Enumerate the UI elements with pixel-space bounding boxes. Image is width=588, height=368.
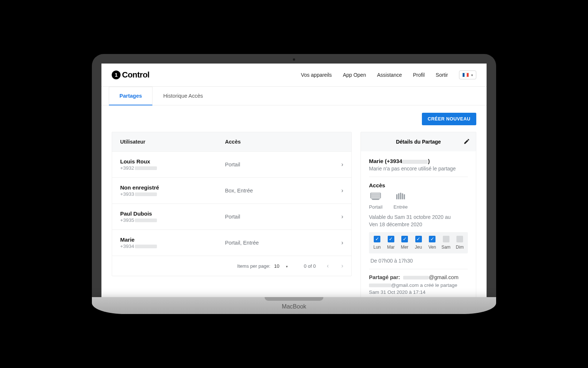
day-ven[interactable]: ✓Ven [427, 236, 437, 250]
nav-devices[interactable]: Vos appareils [301, 72, 332, 78]
day-label: Ven [429, 245, 436, 250]
svg-rect-8 [404, 194, 405, 199]
details-user-name: Marie (+3934 [369, 158, 402, 164]
checkbox-icon: ✓ [415, 236, 422, 242]
paginator: Items per page: 10 ▾ 0 of 0 ‹ › [112, 256, 351, 276]
nav-logout[interactable]: Sortir [436, 72, 448, 78]
row-user-phone: +3935 [120, 217, 225, 223]
items-per-page-label: Items per page: [237, 263, 270, 269]
day-dim[interactable]: Dim [455, 236, 465, 250]
meta-line2: Sam 31 Oct 2020 à 17:14 [369, 289, 426, 295]
gate-icon [394, 192, 407, 202]
language-selector[interactable]: ▾ [459, 71, 476, 79]
items-per-page-select[interactable]: 10 ▾ [274, 263, 294, 269]
row-user-name: Non enregistré [120, 184, 225, 191]
create-new-button[interactable]: CRÉER NOUVEAU [422, 113, 476, 125]
table-row[interactable]: Paul Dubois +3935 Portail › [112, 203, 351, 230]
chevron-right-icon: › [341, 161, 343, 168]
laptop-base-label: MacBook [282, 303, 306, 310]
nav-assistance[interactable]: Assistance [377, 72, 402, 78]
day-mar[interactable]: ✓Mar [386, 236, 396, 250]
row-user-phone: +3932 [120, 165, 225, 171]
meta-line1: @gmail.com a créé le partage [391, 282, 457, 288]
access-item-label: Portail [369, 204, 383, 210]
day-jeu[interactable]: ✓Jeu [413, 236, 424, 250]
access-item-label: Entrée [394, 204, 408, 210]
day-label: Mer [401, 245, 409, 250]
caret-down-icon: ▾ [286, 264, 288, 268]
day-mer[interactable]: ✓Mer [399, 236, 410, 250]
checkbox-icon: ✓ [388, 236, 394, 242]
day-lun[interactable]: ✓Lun [372, 236, 382, 250]
tab-history[interactable]: Historique Accès [153, 87, 214, 105]
day-label: Dim [456, 245, 463, 250]
chevron-right-icon: › [341, 239, 343, 246]
nav-profile[interactable]: Profil [413, 72, 425, 78]
laptop-camera [293, 58, 295, 61]
tab-shares[interactable]: Partages [109, 87, 153, 105]
main-nav: Vos appareils App Open Assistance Profil… [301, 71, 476, 79]
checkbox-icon: ✓ [429, 236, 435, 242]
shared-by-label: Partagé par: [369, 274, 400, 280]
next-page-button[interactable]: › [340, 261, 345, 271]
share-details-panel: Détails du Partage Marie (+3934) Marie n… [361, 132, 476, 297]
day-sam[interactable]: Sam [441, 236, 451, 250]
row-user-phone: +3933 [120, 191, 225, 197]
validity-line1: Valable du Sam 31 octobre 2020 au [369, 214, 451, 220]
row-user-name: Marie [120, 237, 225, 243]
day-label: Jeu [415, 245, 422, 250]
prev-page-button[interactable]: ‹ [325, 261, 330, 271]
table-row[interactable]: Marie +3934 Portail, Entrée › [112, 230, 351, 256]
details-access-title: Accès [369, 182, 468, 188]
tabs: Partages Historique Accès [101, 87, 487, 105]
table-row[interactable]: Non enregistré +3933 Box, Entrée › [112, 177, 351, 203]
day-label: Mar [387, 245, 395, 250]
day-selector: ✓Lun✓Mar✓Mer✓Jeu✓VenSamDim [369, 232, 468, 253]
row-user-name: Paul Dubois [120, 210, 225, 217]
row-access: Portail [225, 214, 341, 220]
brand-icon: 1 [112, 71, 121, 79]
hours-range: De 07h00 à 17h30 [370, 258, 466, 264]
checkbox-icon: ✓ [374, 236, 380, 242]
row-access: Portail, Entrée [225, 240, 341, 246]
checkbox-icon [456, 236, 463, 242]
row-access: Box, Entrée [225, 188, 341, 194]
edit-icon[interactable] [463, 138, 470, 146]
svg-rect-4 [396, 194, 397, 199]
checkbox-icon [443, 236, 449, 242]
access-item: Portail [369, 192, 383, 210]
caret-down-icon: ▾ [471, 73, 473, 77]
details-status: Marie n'a pas encore utilisé le partage [369, 166, 468, 172]
flag-fr-icon [462, 73, 469, 77]
nav-app-open[interactable]: App Open [343, 72, 366, 78]
access-item: Entrée [394, 192, 408, 210]
table-row[interactable]: Louis Roux +3932 Portail › [112, 151, 351, 177]
chevron-right-icon: › [341, 213, 343, 220]
th-user: Utilisateur [120, 139, 225, 145]
row-user-phone: +3934 [120, 243, 225, 249]
svg-rect-5 [398, 194, 399, 199]
topbar: 1 Control Vos appareils App Open Assista… [101, 64, 487, 87]
svg-rect-7 [402, 194, 403, 199]
brand-logo: 1 Control [112, 70, 150, 80]
day-label: Sam [441, 245, 451, 250]
row-user-name: Louis Roux [120, 158, 225, 165]
checkbox-icon: ✓ [401, 236, 408, 242]
brand-text: Control [122, 70, 150, 80]
svg-rect-6 [400, 193, 401, 199]
row-access: Portail [225, 162, 341, 167]
page-range: 0 of 0 [304, 263, 316, 269]
validity-line2: Ven 18 décembre 2020 [369, 221, 422, 227]
chevron-right-icon: › [341, 187, 343, 194]
day-label: Lun [373, 245, 381, 250]
th-access: Accès [225, 139, 343, 145]
shares-table: Utilisateur Accès Louis Roux +3932 Porta… [112, 132, 352, 276]
shared-by-email: @gmail.com [429, 274, 459, 280]
details-title: Détails du Partage [396, 139, 441, 145]
garage-icon [369, 192, 382, 202]
